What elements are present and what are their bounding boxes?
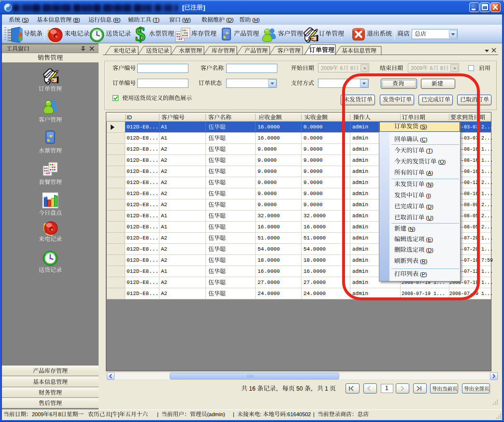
svg-text:$: $ — [135, 27, 145, 42]
